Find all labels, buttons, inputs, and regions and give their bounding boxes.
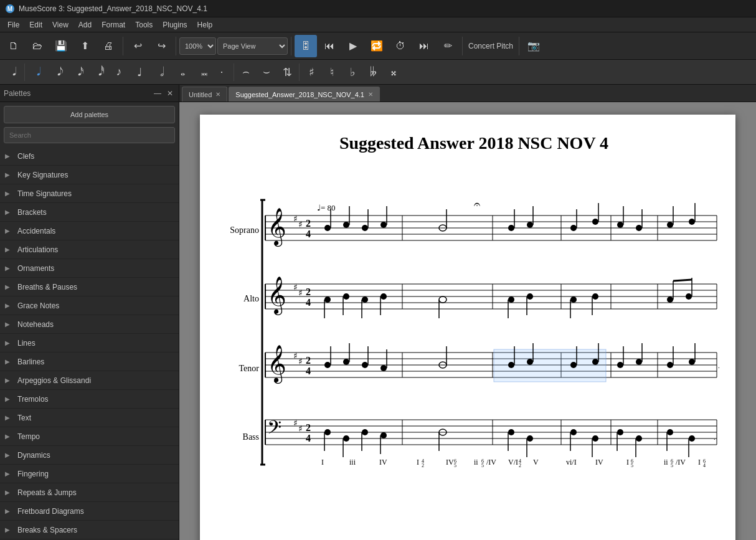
print-btn[interactable]: 🖨 xyxy=(97,35,120,57)
palette-minimize-btn[interactable]: — xyxy=(153,88,163,98)
tab-untitled-close[interactable]: ✕ xyxy=(215,91,220,98)
flip-btn[interactable]: ⇅ xyxy=(277,62,297,82)
menu-view[interactable]: View xyxy=(47,19,73,31)
palette-item-clefs[interactable]: ▶Clefs xyxy=(0,147,179,166)
palette-item-label: Fretboard Diagrams xyxy=(17,507,84,516)
half-btn[interactable]: 𝅗𝅥 xyxy=(150,62,170,82)
quarter-btn[interactable]: ♩ xyxy=(130,62,149,82)
redo-btn[interactable]: ↪ xyxy=(150,35,172,57)
svg-text:8: 8 xyxy=(274,377,277,384)
palette-item-repeats---jumps[interactable]: ▶Repeats & Jumps xyxy=(0,483,179,502)
loop-btn[interactable]: 🔁 xyxy=(366,35,388,57)
svg-point-124 xyxy=(527,359,533,365)
voice2-btn[interactable]: 𝅘𝅥𝅮 xyxy=(47,62,67,82)
svg-text:♩= 80: ♩= 80 xyxy=(317,203,336,212)
natural-btn[interactable]: ♮ xyxy=(322,62,342,82)
menu-format[interactable]: Format xyxy=(97,19,130,31)
palette-item-key-signatures[interactable]: ▶Key Signatures xyxy=(0,166,179,184)
score-content[interactable]: Suggested Answer 2018 NSC NOV 4 Soprano xyxy=(179,102,756,540)
menu-plugins[interactable]: Plugins xyxy=(158,19,192,31)
save-btn[interactable]: 💾 xyxy=(50,35,72,57)
svg-text:♯: ♯ xyxy=(298,424,303,433)
palette-item-noteheads[interactable]: ▶Noteheads xyxy=(0,315,179,334)
palette-item-tremolos[interactable]: ▶Tremolos xyxy=(0,390,179,409)
svg-point-89 xyxy=(686,293,692,300)
whole-btn[interactable]: 𝅝 xyxy=(171,62,191,82)
voice3-btn[interactable]: 𝅘𝅥𝅯 xyxy=(68,62,88,82)
menu-tools[interactable]: Tools xyxy=(130,19,158,31)
edit-mode-btn[interactable]: ✏ xyxy=(437,35,459,57)
voice4-btn[interactable]: 𝅘𝅥𝅰 xyxy=(88,62,108,82)
svg-point-169 xyxy=(527,435,533,442)
palette-item-barlines[interactable]: ▶Barlines xyxy=(0,353,179,371)
flat-btn[interactable]: ♭ xyxy=(343,62,362,82)
rewind-btn[interactable]: ⏮ xyxy=(318,35,341,57)
next-btn[interactable]: ⏭ xyxy=(413,35,435,57)
sharp-btn[interactable]: ♯ xyxy=(301,62,321,82)
upload-btn[interactable]: ⬆ xyxy=(73,35,96,57)
svg-text:I: I xyxy=(417,458,419,467)
dbl-flat-btn[interactable]: 𝄫 xyxy=(363,62,383,82)
svg-text:2: 2 xyxy=(306,422,311,433)
palette-item-articulations[interactable]: ▶Articulations xyxy=(0,240,179,259)
new-file-btn[interactable]: 🗋 xyxy=(2,35,25,57)
palette-item-breaks---spacers[interactable]: ▶Breaks & Spacers xyxy=(0,521,179,539)
palette-item-ornaments[interactable]: ▶Ornaments xyxy=(0,259,179,278)
palette-item-text[interactable]: ▶Text xyxy=(0,409,179,427)
note-sep1 xyxy=(24,64,25,81)
slur-btn[interactable]: ⌣ xyxy=(257,62,276,82)
chevron-icon: ▶ xyxy=(5,433,15,440)
mixer-btn[interactable]: 🎛 xyxy=(295,35,317,57)
svg-text:♯: ♯ xyxy=(293,283,298,292)
search-input[interactable] xyxy=(4,127,175,143)
menu-file[interactable]: File xyxy=(2,19,24,31)
menu-edit[interactable]: Edit xyxy=(24,19,47,31)
eighth-btn[interactable]: ♪ xyxy=(109,62,129,82)
chevron-icon: ▶ xyxy=(5,190,15,197)
add-palettes-button[interactable]: Add palettes xyxy=(4,106,175,123)
palette-close-btn[interactable]: ✕ xyxy=(165,88,175,98)
palette-item-label: Dynamics xyxy=(17,451,50,460)
palette-item-grace-notes[interactable]: ▶Grace Notes xyxy=(0,296,179,315)
tab-score[interactable]: Suggested_Answer_2018_NSC_NOV_4.1 ✕ xyxy=(229,87,380,102)
dbl-sharp-btn[interactable]: 𝄪 xyxy=(384,62,404,82)
screenshot-btn[interactable]: 📷 xyxy=(522,35,545,57)
palette-item-dynamics[interactable]: ▶Dynamics xyxy=(0,446,179,465)
double-whole-btn[interactable]: 𝅜 xyxy=(191,62,211,82)
chevron-icon: ▶ xyxy=(5,339,15,346)
palette-item-label: Tempo xyxy=(17,432,40,441)
palette-item-lines[interactable]: ▶Lines xyxy=(0,334,179,353)
palette-item-tempo[interactable]: ▶Tempo xyxy=(0,427,179,446)
metronome-btn[interactable]: ⏱ xyxy=(389,35,412,57)
open-file-btn[interactable]: 🗁 xyxy=(26,35,49,57)
undo-btn[interactable]: ↩ xyxy=(126,35,149,57)
palette-item-fingering[interactable]: ▶Fingering xyxy=(0,465,179,483)
note-sep2 xyxy=(234,64,234,81)
svg-point-41 xyxy=(592,219,598,225)
zoom-select[interactable]: 100% 75% 125% 150% xyxy=(179,37,216,55)
tie-btn[interactable]: ⌢ xyxy=(236,62,256,82)
view-mode-select[interactable]: Page View Continuous View Single Page xyxy=(217,37,288,55)
tab-score-close[interactable]: ✕ xyxy=(368,91,373,98)
palette-item-arpeggios---glissandi[interactable]: ▶Arpeggios & Glissandi xyxy=(0,371,179,390)
svg-point-130 xyxy=(617,362,623,368)
palette-item-time-signatures[interactable]: ▶Time Signatures xyxy=(0,184,179,203)
sep1 xyxy=(123,37,123,55)
palette-item-label: Lines xyxy=(17,339,35,348)
palette-item-brackets[interactable]: ▶Brackets xyxy=(0,203,179,222)
svg-point-136 xyxy=(689,359,695,365)
palette-item-fretboard-diagrams[interactable]: ▶Fretboard Diagrams xyxy=(0,502,179,521)
palette-item-breaths---pauses[interactable]: ▶Breaths & Pauses xyxy=(0,278,179,296)
dot-btn[interactable]: · xyxy=(212,62,232,82)
note-input-btn[interactable]: 𝅘𝅥 xyxy=(2,62,22,82)
palette-item-accidentals[interactable]: ▶Accidentals xyxy=(0,222,179,240)
voice1-btn[interactable]: 𝅘𝅥 xyxy=(27,62,47,82)
menu-help[interactable]: Help xyxy=(192,19,218,31)
svg-point-126 xyxy=(570,362,577,368)
palette-item-label: Arpeggios & Glissandi xyxy=(17,376,91,385)
tab-untitled-label: Untitled xyxy=(189,91,212,98)
tab-untitled[interactable]: Untitled ✕ xyxy=(182,87,227,102)
menu-add[interactable]: Add xyxy=(73,19,97,31)
play-btn[interactable]: ▶ xyxy=(342,35,364,57)
svg-text:2: 2 xyxy=(306,218,311,229)
